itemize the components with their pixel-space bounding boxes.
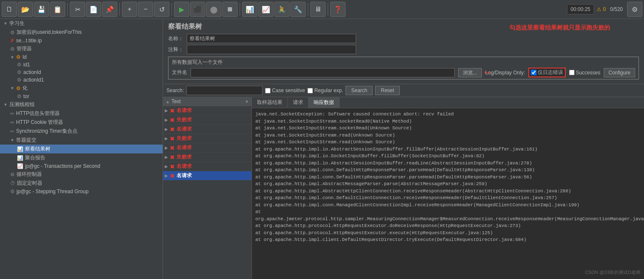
browse-button[interactable]: 浏览... [458,68,482,77]
tree-icon-id1: ⚙ [17,62,22,68]
tree-label-id_item: Id [22,54,27,60]
result-row-7[interactable]: ▶✖名请求 [163,162,252,171]
sidebar-item-actionid1[interactable]: ⚙actionId1 [0,76,163,84]
sidebar-item-submit[interactable]: ▼答题提交 [0,136,163,145]
sidebar-item-http_cookie[interactable]: ✂HTTP Cookie 管理器 [0,118,163,127]
tree-label-pressure_group: 压测线程组 [9,101,35,108]
sidebar-item-pressure_group[interactable]: ▼压测线程组 [0,100,163,109]
sidebar-item-se_title[interactable]: ✗se...t.title.ip [0,37,163,44]
sidebar-item-aggregate[interactable]: 📊聚合报告 [0,153,163,162]
successes-checkbox[interactable] [569,70,575,75]
regular-exp-wrapper[interactable]: Regular exp. [307,88,343,93]
detail-tab-请求[interactable]: 请求 [288,97,309,108]
result-row-5[interactable]: ▶✖名请求 [163,143,252,153]
saveas-button[interactable]: 📋 [50,2,65,17]
result-row-8[interactable]: ▶✖名请求 [163,171,252,181]
result-row-2[interactable]: ▶✖失败求 [163,115,252,125]
tree-label-manager: 管理器 [17,45,32,52]
result-row-1[interactable]: ▶✖名请求 [163,106,252,115]
top-toolbar: 🗋 📂 💾 📋 ✂ 📄 📌 + − ↺ ▶ ⬛ ⬤ ⏹ 📊 📈 🚴 🔧 🖥 ❓ … [0,0,644,19]
report2-button[interactable]: 📈 [258,2,274,17]
detail-tabs: 取样器结果请求响应数据 [252,97,644,108]
reset-button[interactable]: Reset [375,86,399,95]
monitor-button[interactable]: 🖥 [310,2,326,17]
file-section-title: 所有数据写入一个文件 [172,59,635,66]
tree-label-loop_ctrl: 循环控制器 [17,171,42,178]
detail-line: at org.apache.http.impl.io.AbstractSessi… [255,146,641,153]
help-button[interactable]: ❓ [330,2,345,17]
paste-button[interactable]: 📌 [102,2,117,17]
detail-line: at org.apache.http.impl.io.AbstractSessi… [255,160,641,167]
name-input[interactable] [187,34,356,43]
sidebar-item-view_result[interactable]: 📊察看结果树 [0,145,163,153]
errors-checkbox[interactable] [531,70,536,75]
error-icon-8: ✖ [170,172,175,179]
case-sensitive-checkbox[interactable] [265,88,271,93]
configure-button[interactable]: Configure [604,68,635,77]
sidebar: ▼学习生⚙加密后的userid,tokenForThis✗se...t.titl… [0,19,163,279]
file-name-input[interactable] [191,68,455,77]
text-column-header: Text [171,98,243,104]
tree-icon-fixed_timer: ⏱ [10,181,15,186]
sidebar-item-manager[interactable]: ⚙管理器 [0,44,163,53]
file-name-label: 文件名 [172,69,187,76]
panel-header: 察看结果树 名称： 注释： 所有数据写入一个文件 文件名 浏览... [163,19,644,84]
sidebar-item-userid[interactable]: ⚙加密后的userid,tokenForThis [0,28,163,37]
new-button[interactable]: 🗋 [2,2,17,17]
add-button[interactable]: + [122,2,137,17]
copy-button[interactable]: 📄 [86,2,101,17]
sidebar-item-root[interactable]: ▼学习生 [0,19,163,28]
open-button[interactable]: 📂 [18,2,33,17]
result-arrow-8: ▶ [165,173,168,178]
tools-button[interactable]: 🔧 [290,2,306,17]
detail-tab-响应数据[interactable]: 响应数据 [309,97,340,108]
successes-checkbox-wrapper[interactable]: Successes [569,70,600,76]
tree-label-http_header: HTTP信息头管理器 [16,110,60,117]
result-row-6[interactable]: ▶✖失败求 [163,153,252,162]
sidebar-item-sync_timer[interactable]: ✂Synchronizing Timer集合点 [0,127,163,136]
error-icon-5: ✖ [170,145,175,151]
bike-button[interactable]: 🚴 [274,2,290,17]
tree-label-aggregate: 聚合报告 [25,154,45,161]
tree-icon-actionid1: ⚙ [17,77,22,83]
sidebar-item-id1[interactable]: ⚙id1 [0,61,163,68]
comment-input[interactable] [187,45,356,54]
result-name-3: 名请求 [177,126,192,133]
sidebar-item-loop_ctrl[interactable]: ⚙循环控制器 [0,170,163,179]
sidebar-item-hua[interactable]: ▼⚙化 [0,84,163,93]
sidebar-item-fixed_timer[interactable]: ⏱固定定时器 [0,179,163,188]
clear-button[interactable]: ↺ [154,2,169,17]
run-button[interactable]: ▶ [174,2,189,17]
search-input[interactable] [186,86,263,95]
result-row-3[interactable]: ▶✖名请求 [163,125,252,134]
detail-line: java.net.SocketException: Software cause… [255,111,641,118]
errors-checkbox-wrapper[interactable]: 仅日志错误 [528,68,566,77]
sidebar-item-http_header[interactable]: ✂HTTP信息头管理器 [0,109,163,118]
detail-line: at java.net.SocketInputStream.read(Unkno… [255,132,641,139]
circle-button[interactable]: ⬤ [206,2,221,17]
settings-button[interactable]: ⚙ [627,2,642,17]
collapse-icon[interactable]: ▲ [166,99,170,104]
tree-arrow-root: ▼ [3,21,8,26]
tree-label-actionid: actionId [23,69,41,75]
save-button[interactable]: 💾 [34,2,49,17]
case-sensitive-wrapper[interactable]: Case sensitive [265,88,305,93]
report1-button[interactable]: 📊 [242,2,257,17]
sort-icon[interactable]: ▼ [245,99,249,104]
sidebar-item-jpgc_step[interactable]: ⚙jp@gc - Stepping Thread Group [0,188,163,195]
detail-tab-取样器结果[interactable]: 取样器结果 [252,97,288,108]
sidebar-item-id_item[interactable]: ▼⚙Id [0,53,163,61]
stop2-button[interactable]: ⏹ [222,2,238,17]
sidebar-item-jpgc_tps[interactable]: 📈jp@gc - Transactions per Second [0,162,163,170]
stop-button[interactable]: ⬛ [190,2,205,17]
remove-button[interactable]: − [138,2,153,17]
tree-icon-tor: ⚙ [17,93,22,99]
results-area: ▲ Text ▼ ▶✖名请求▶✖失败求▶✖名请求▶✖失败求▶✖名请求▶✖失败求▶… [163,97,644,279]
search-button[interactable]: Search [345,86,373,95]
regular-exp-checkbox[interactable] [307,88,313,93]
sidebar-item-actionid[interactable]: ⚙actionId [0,68,163,76]
result-row-4[interactable]: ▶✖失败求 [163,134,252,143]
cut-button[interactable]: ✂ [70,2,85,17]
sidebar-item-tor[interactable]: ⚙tor [0,93,163,100]
detail-line: at org.apache.jmeter.protocol.http.sampl… [255,208,641,222]
